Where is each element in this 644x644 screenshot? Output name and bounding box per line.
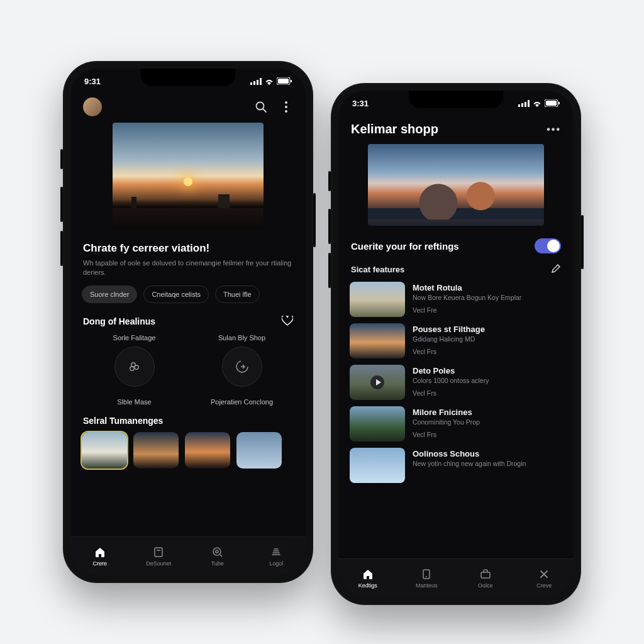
section-title: Sicat features bbox=[351, 265, 404, 274]
feature-list: Motet Rotula Now Bore Keuera Bogun Koy E… bbox=[350, 282, 562, 483]
hero-image[interactable] bbox=[113, 123, 264, 230]
svg-rect-3 bbox=[260, 78, 262, 85]
grid-item[interactable]: Slble Mase bbox=[87, 398, 182, 406]
list-thumbnail bbox=[350, 282, 405, 317]
list-subtitle: Gdidang Halicing MD bbox=[413, 335, 485, 344]
battery-icon bbox=[545, 99, 560, 107]
hw-button bbox=[60, 149, 63, 169]
screen: 3:31 Kelimar shopp ••• Cuerite your for … bbox=[338, 91, 574, 597]
svg-rect-2 bbox=[257, 80, 258, 85]
screen: 9:31 C bbox=[70, 69, 306, 575]
tab-home[interactable]: Crere bbox=[70, 537, 130, 575]
hero-title: Chrate fy cerreer viation! bbox=[83, 242, 293, 255]
svg-rect-22 bbox=[521, 103, 523, 107]
list-title: Motet Rotula bbox=[413, 283, 521, 292]
grid-item[interactable]: Sorle Falitage bbox=[87, 334, 182, 387]
hw-button bbox=[581, 215, 584, 269]
list-thumbnail bbox=[350, 323, 405, 358]
thumbnail[interactable] bbox=[236, 432, 282, 469]
section-header: Dong of Healinus bbox=[83, 316, 293, 328]
list-item[interactable]: Milore Fnicines Conominiting You Prop Ve… bbox=[350, 406, 562, 441]
tab-home[interactable]: Kedtigs bbox=[338, 559, 397, 597]
list-item[interactable]: Deto Poles Colors 1000 ontoss aclery Vec… bbox=[350, 365, 562, 400]
list-item[interactable]: Motet Rotula Now Bore Keuera Bogun Koy E… bbox=[350, 282, 562, 317]
tab-label: Creve bbox=[536, 582, 552, 589]
svg-rect-1 bbox=[253, 81, 255, 85]
tab-item[interactable]: Creve bbox=[515, 559, 574, 597]
notch bbox=[409, 91, 503, 108]
filter-chip[interactable]: Cneitaqe celists bbox=[143, 286, 209, 303]
svg-rect-6 bbox=[291, 80, 292, 82]
svg-rect-26 bbox=[546, 101, 557, 106]
avatar[interactable] bbox=[83, 97, 102, 116]
list-item[interactable]: Pouses st Filthage Gdidang Halicing MD V… bbox=[350, 323, 562, 358]
tab-item[interactable]: Manteus bbox=[397, 559, 457, 597]
list-title: Milore Fnicines bbox=[413, 408, 480, 417]
edit-icon[interactable] bbox=[551, 264, 561, 275]
svg-point-13 bbox=[134, 365, 138, 369]
hw-button bbox=[60, 231, 63, 266]
list-subtitle: New yotin ching new again with Drogin bbox=[413, 460, 526, 469]
more-horizontal-icon[interactable]: ••• bbox=[547, 124, 561, 135]
hw-button bbox=[328, 171, 331, 191]
svg-point-18 bbox=[213, 548, 221, 555]
tab-bar: Kedtigs Manteus Oolce Creve bbox=[338, 558, 574, 597]
more-vertical-icon[interactable] bbox=[279, 100, 293, 114]
section-header: Sicat features bbox=[351, 264, 561, 275]
thumbnail[interactable] bbox=[82, 432, 127, 469]
tab-bar: Crere DeSounet Tube Logol bbox=[70, 536, 306, 575]
tab-item[interactable]: Oolce bbox=[456, 559, 515, 597]
filter-chip[interactable]: Thuei lfle bbox=[215, 286, 260, 303]
grid-item[interactable]: Pojeratien Conclong bbox=[194, 398, 289, 406]
wifi-icon bbox=[532, 100, 542, 107]
close-icon bbox=[538, 568, 550, 580]
thumbnail[interactable] bbox=[185, 432, 230, 469]
cellular-icon bbox=[518, 100, 530, 107]
wifi-icon bbox=[264, 78, 274, 85]
list-meta: Vecl Fre bbox=[413, 306, 521, 314]
svg-point-14 bbox=[130, 367, 133, 370]
status-icons bbox=[250, 77, 292, 85]
svg-rect-16 bbox=[155, 548, 162, 557]
heart-icon[interactable] bbox=[282, 316, 293, 328]
tab-label: Logol bbox=[269, 560, 283, 567]
tab-item[interactable]: Logol bbox=[247, 537, 306, 575]
hw-button bbox=[60, 187, 63, 222]
svg-point-9 bbox=[285, 101, 287, 104]
list-subtitle: Colors 1000 ontoss aclery bbox=[413, 377, 489, 386]
list-thumbnail-video bbox=[350, 365, 405, 400]
list-meta: Vecl Frs bbox=[413, 348, 485, 355]
toggle-switch[interactable] bbox=[535, 238, 561, 253]
tab-item[interactable]: Tube bbox=[188, 537, 247, 575]
home-icon bbox=[94, 546, 106, 558]
chip-row: Suore clnder Cneitaqe celists Thuei lfle bbox=[82, 286, 294, 303]
svg-rect-24 bbox=[528, 100, 530, 107]
title-bar: Kelimar shopp ••• bbox=[350, 116, 562, 144]
thumbnail-strip[interactable] bbox=[82, 432, 294, 469]
search-icon[interactable] bbox=[254, 100, 268, 114]
list-item[interactable]: Oolinoss Schous New yotin ching new agai… bbox=[350, 448, 562, 483]
phone-right: 3:31 Kelimar shopp ••• Cuerite your for … bbox=[331, 83, 581, 605]
svg-point-19 bbox=[216, 550, 218, 553]
stack-icon bbox=[270, 546, 282, 558]
section-title: Selral Tumanenges bbox=[83, 416, 293, 426]
svg-rect-5 bbox=[278, 79, 289, 84]
grid-label: Sulan Bly Shop bbox=[218, 334, 265, 341]
hw-button bbox=[313, 193, 316, 247]
thumbnail[interactable] bbox=[133, 432, 179, 469]
briefcase-icon bbox=[479, 568, 492, 580]
device-icon bbox=[420, 568, 433, 580]
top-bar bbox=[82, 94, 294, 123]
tab-label: Kedtigs bbox=[358, 582, 377, 589]
cellular-icon bbox=[250, 78, 262, 85]
list-meta: Vecl Frs bbox=[413, 431, 480, 438]
notch bbox=[141, 69, 235, 86]
tab-item[interactable]: DeSounet bbox=[130, 537, 189, 575]
feature-grid: Sorle Falitage Sulan Bly Shop Slble Mase… bbox=[82, 334, 294, 409]
hero-image[interactable] bbox=[368, 144, 544, 226]
card-icon bbox=[152, 546, 165, 558]
grid-label: Sorle Falitage bbox=[113, 334, 156, 341]
filter-chip[interactable]: Suore clnder bbox=[82, 286, 137, 303]
grid-item[interactable]: Sulan Bly Shop bbox=[194, 334, 289, 387]
svg-rect-23 bbox=[525, 102, 526, 107]
